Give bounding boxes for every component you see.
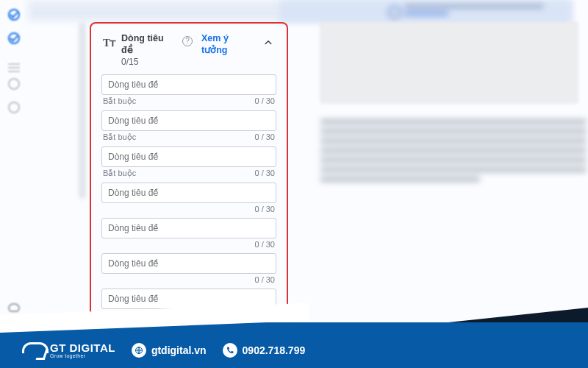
panel-count: 0/15 (121, 57, 176, 67)
blurred-paragraph (320, 115, 587, 186)
step-pending-icon (8, 102, 20, 113)
brand-word: DIGITAL (70, 342, 115, 354)
brand-prefix: GT (50, 342, 66, 354)
phone-icon (223, 343, 237, 358)
footer-content: GT DIGITAL Grow together gtdigital.vn 09… (0, 333, 588, 368)
left-rail (0, 0, 28, 322)
field-meta: Bắt buộc 0 / 30 (101, 167, 276, 181)
char-counter: 0 / 30 (254, 240, 275, 249)
cloud-upload-icon (8, 303, 20, 312)
website-text: gtdigital.vn (151, 344, 207, 356)
headline-fields: Bắt buộc 0 / 30 Bắt buộc 0 / 30 (101, 74, 276, 322)
brand-logo: GT DIGITAL Grow together (22, 342, 115, 358)
page-area: Tᴛ Dòng tiêu đề 0/15 ? Xem ý tưởng (28, 0, 572, 322)
headline-row: Bắt buộc 0 / 30 (101, 146, 276, 181)
collapse-toggle[interactable] (262, 36, 275, 49)
brand-logomark-icon (22, 342, 44, 358)
chevron-up-icon (262, 36, 275, 49)
help-icon[interactable]: ? (182, 36, 193, 46)
step-pending-icon (8, 78, 20, 90)
brand-logotype: GT DIGITAL Grow together (50, 342, 115, 358)
text-format-icon: Tᴛ (103, 38, 115, 49)
headline-row: 0 / 30 (101, 183, 276, 216)
step-complete-icon (8, 32, 20, 44)
panel-header[interactable]: Tᴛ Dòng tiêu đề 0/15 ? Xem ý tưởng (101, 31, 276, 73)
required-label: Bắt buộc (103, 96, 136, 106)
field-meta: 0 / 30 (101, 238, 276, 252)
headline-input-1[interactable] (101, 74, 276, 95)
globe-icon (132, 343, 146, 358)
field-meta: Bắt buộc 0 / 30 (101, 131, 276, 145)
headline-input-6[interactable] (101, 253, 276, 274)
char-counter: 0 / 30 (254, 275, 275, 284)
step-complete-icon (8, 9, 20, 21)
field-meta: Bắt buộc 0 / 30 (101, 95, 276, 109)
headline-input-3[interactable] (101, 146, 276, 167)
view-ideas-link[interactable]: Xem ý tưởng (201, 33, 256, 56)
brand-tagline: Grow together (50, 353, 115, 358)
char-counter: 0 / 30 (254, 132, 275, 142)
char-counter: 0 / 30 (254, 169, 275, 178)
ad-preview-placeholder (320, 22, 578, 103)
brand-footer: GT DIGITAL Grow together gtdigital.vn 09… (0, 322, 588, 368)
headline-row: 0 / 30 (101, 253, 276, 287)
required-label: Bắt buộc (103, 169, 136, 178)
hamburger-icon (8, 63, 20, 72)
headline-input-4[interactable] (101, 183, 276, 203)
panel-title-block: Dòng tiêu đề 0/15 (121, 33, 176, 67)
char-counter: 0 / 30 (254, 96, 275, 106)
headline-input-2[interactable] (101, 110, 276, 131)
app-root: Tᴛ Dòng tiêu đề 0/15 ? Xem ý tưởng (0, 0, 588, 368)
phone-text: 0902.718.799 (243, 344, 306, 356)
field-meta: 0 / 30 (101, 274, 276, 287)
headline-row: Bắt buộc 0 / 30 (101, 110, 276, 145)
phone-badge[interactable]: 0902.718.799 (223, 343, 306, 358)
headline-row: Bắt buộc 0 / 30 (101, 74, 276, 109)
char-counter: 0 / 30 (254, 205, 275, 213)
headline-row: 0 / 30 (101, 218, 276, 252)
required-label: Bắt buộc (103, 132, 136, 142)
panel-title: Dòng tiêu đề (121, 33, 176, 56)
blurred-scrollbar (79, 0, 87, 322)
headlines-section: Tᴛ Dòng tiêu đề 0/15 ? Xem ý tưởng (90, 22, 288, 318)
headlines-panel: Tᴛ Dòng tiêu đề 0/15 ? Xem ý tưởng (94, 26, 284, 312)
headline-input-5[interactable] (101, 218, 276, 238)
field-meta: 0 / 30 (101, 203, 276, 216)
website-badge[interactable]: gtdigital.vn (132, 343, 207, 358)
